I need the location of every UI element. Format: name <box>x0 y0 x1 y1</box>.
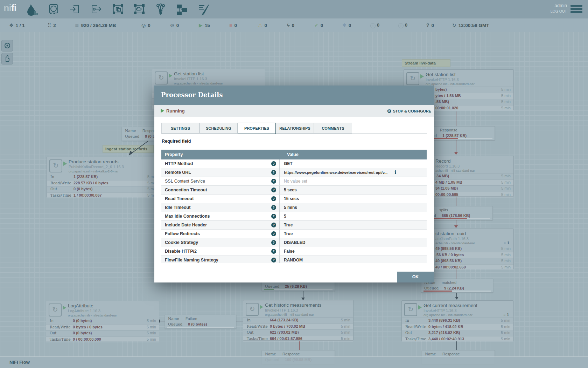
hand-tool-button[interactable] <box>1 53 13 64</box>
tab-divider <box>161 133 427 134</box>
help-icon[interactable]: ? <box>271 240 276 245</box>
help-icon[interactable]: ? <box>271 258 276 263</box>
stopped-icon: ■ <box>229 22 232 28</box>
stale-icon: ↑ <box>370 23 376 28</box>
invalid-icon: ⚠ <box>258 22 262 28</box>
drag-output-port-icon[interactable] <box>91 4 103 15</box>
label-stream-live-data[interactable]: Stream live-data <box>402 59 450 67</box>
drag-template-icon[interactable] <box>176 4 188 15</box>
connection-line <box>456 139 456 153</box>
connection-line <box>456 111 456 126</box>
nifi-app: nifi admin LOG OUT ❖1 / 1 ⠿2 ≣920 / 264.… <box>0 0 588 368</box>
help-icon[interactable]: ? <box>271 231 276 236</box>
property-row[interactable]: Include Date Header? True <box>161 221 427 230</box>
breadcrumb[interactable]: NiFi Flow <box>9 360 30 365</box>
processor-type: InvokeHTTP 1.16.3 <box>265 308 298 312</box>
processor-title: ct station_uuid <box>435 231 466 236</box>
locally-modified-stale-icon: ! <box>398 23 404 28</box>
disabled-icon: ϟ <box>287 22 289 28</box>
logout-link[interactable]: LOG OUT <box>551 9 567 13</box>
nifi-drop-icon <box>26 3 38 16</box>
transmitting-icon: ◎ <box>141 22 146 28</box>
info-icon[interactable]: i <box>394 168 396 177</box>
drag-remote-process-group-icon[interactable] <box>133 4 145 15</box>
property-row[interactable]: SSL Context Service? No value set <box>161 177 427 186</box>
property-row[interactable]: Remote URL? https://www.pegelonline.wsv.… <box>161 168 427 177</box>
property-row[interactable]: Max Idle Connections? 5 <box>161 212 427 221</box>
status-disabled: ϟ0 <box>287 22 294 28</box>
property-row[interactable]: Cookie Strategy? DISABLED <box>161 238 427 247</box>
processor-logattribute[interactable]: ↻ LogAttribute LogAttribute 1.16.3 org.a… <box>46 301 159 341</box>
processor-title: Get station list <box>426 72 456 77</box>
help-icon[interactable]: ? <box>271 179 276 184</box>
status-queued: ≣920 / 264.29 MB <box>75 22 116 28</box>
global-menu-icon[interactable] <box>570 5 582 13</box>
cluster-icon: ❖ <box>9 22 14 28</box>
dialog-header: Processor Details <box>154 86 434 105</box>
nifi-logo: nifi <box>4 3 16 14</box>
processor-bundle: org.apache.nifi - nifi-standard-nar <box>174 81 223 85</box>
status-sync-failure: ?0 <box>426 22 434 28</box>
processor-get-historic-measurements[interactable]: ↻ Get historic measurements InvokeHTTP 1… <box>243 300 354 341</box>
processor-bundle: org.apache.nifi - nifi-standard-nar <box>68 313 117 317</box>
processor-bundle: org.apache.nifi - nifi-standard-nar <box>265 313 314 316</box>
help-icon[interactable]: ? <box>271 249 276 254</box>
tab-settings[interactable]: SETTINGS <box>161 123 200 134</box>
property-row[interactable]: Read Timeout? 15 secs <box>161 195 427 203</box>
property-row[interactable]: Disable HTTP/2? False <box>161 247 427 256</box>
status-threads: ⠿2 <box>48 22 56 28</box>
processor-icon: ↻ <box>49 159 62 172</box>
help-icon[interactable]: ? <box>271 214 276 219</box>
property-row[interactable]: HTTP Method? GET <box>161 159 427 168</box>
property-row[interactable]: Connection Timeout? 5 secs <box>161 186 427 195</box>
processor-title: Record <box>435 158 451 164</box>
status-running: ▶15 <box>199 22 210 28</box>
help-icon[interactable]: ? <box>271 205 276 210</box>
arrowhead <box>454 152 458 155</box>
processor-type: InvokeHTTP 1.16.3 <box>426 77 459 82</box>
processor-produce-station-records[interactable]: ↻ Produce station records PublishKafkaRe… <box>47 157 160 197</box>
arrowhead <box>455 297 458 300</box>
active-threads-badge: ⠿1 <box>504 241 509 245</box>
help-icon[interactable]: ? <box>271 161 276 166</box>
property-row[interactable]: FlowFile Naming Strategy? RANDOM <box>161 256 427 263</box>
help-icon[interactable]: ? <box>271 188 276 192</box>
help-icon[interactable]: ? <box>271 196 276 201</box>
processor-icon: ↻ <box>246 303 259 316</box>
tab-comments[interactable]: COMMENTS <box>314 123 352 134</box>
properties-table: Property Value HTTP Method? GET Remote U… <box>161 150 427 263</box>
processor-type: LogAttribute 1.16.3 <box>68 309 100 313</box>
tab-relationships[interactable]: RELATIONSHIPS <box>276 123 314 134</box>
help-icon[interactable]: ? <box>271 170 276 175</box>
processor-bundle: org.apache.nifi - nifi-kafka-2-6-nar <box>69 169 119 173</box>
processor-title: Get station list <box>174 71 204 76</box>
connection-label-failure[interactable]: NameFailure Queued0 (0 bytes) <box>165 315 236 329</box>
status-locally-modified: ✱0 <box>342 22 351 28</box>
processor-icon: ↻ <box>404 303 417 316</box>
property-row[interactable]: Follow Redirects? True <box>161 230 427 238</box>
drag-process-group-icon[interactable] <box>112 4 124 15</box>
drag-input-port-icon[interactable] <box>69 4 81 15</box>
processor-get-current-measurement[interactable]: ↻ Get current measurement InvokeHTTP 1.1… <box>401 300 513 341</box>
dialog-status-strip: Running ⚙STOP & CONFIGURE <box>154 105 434 117</box>
queued-icon: ≣ <box>75 22 79 28</box>
threads-icon: ⠿ <box>503 313 506 317</box>
current-user: admin <box>551 3 567 8</box>
status-refresh[interactable]: ↻13:00:58 GMT <box>452 22 489 28</box>
status-transmitting: ◎0 <box>141 22 150 28</box>
drag-processor-icon[interactable] <box>48 4 60 15</box>
drag-label-icon[interactable] <box>197 4 209 15</box>
processor-title: Get current measurement <box>424 303 477 308</box>
processor-title: Get historic measurements <box>265 302 321 308</box>
running-icon <box>161 109 164 113</box>
help-icon[interactable]: ? <box>271 223 276 227</box>
drag-funnel-icon[interactable] <box>155 4 167 15</box>
processor-type: InvokeHTTP 1.16.3 <box>424 308 457 313</box>
tab-scheduling[interactable]: SCHEDULING <box>200 123 238 134</box>
stop-and-configure-button[interactable]: ⚙STOP & CONFIGURE <box>387 108 431 114</box>
tab-properties[interactable]: PROPERTIES <box>238 123 276 134</box>
ok-button[interactable]: OK <box>397 272 434 282</box>
queue-size-bar <box>167 327 234 328</box>
target-tool-button[interactable] <box>1 40 13 52</box>
property-row[interactable]: Idle Timeout? 5 mins <box>161 203 427 212</box>
